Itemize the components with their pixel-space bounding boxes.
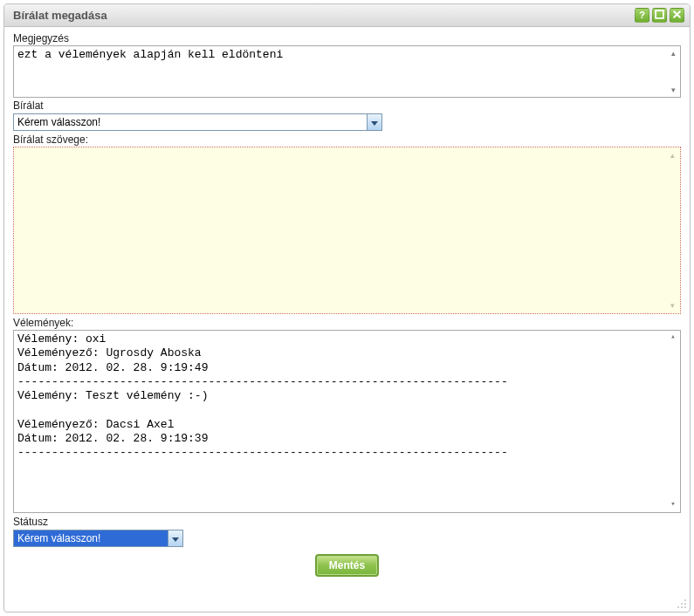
chevron-down-icon — [172, 532, 179, 544]
scroll-up-icon[interactable]: ▴ — [666, 149, 678, 161]
label-velemenyek: Vélemények: — [13, 317, 681, 329]
scroll-up-icon[interactable]: ▴ — [667, 47, 679, 59]
window-title: Bírálat megadása — [13, 9, 635, 22]
resize-grip[interactable] — [675, 597, 687, 609]
chevron-down-icon — [371, 116, 378, 128]
label-biralat-szovege: Bírálat szövege: — [13, 133, 681, 146]
label-megjegyzes: Megjegyzés — [13, 32, 681, 44]
label-biralat: Bírálat — [13, 99, 681, 112]
maximize-icon — [655, 10, 664, 22]
scroll-down-icon[interactable]: ▾ — [667, 84, 679, 96]
status-select-value: Kérem válasszon! — [14, 530, 168, 546]
dialog-window: Bírálat megadása ? Megjegyzés ▴ ▾ — [3, 3, 691, 613]
svg-point-2 — [681, 603, 683, 605]
close-button[interactable] — [670, 8, 684, 23]
svg-point-3 — [684, 603, 686, 605]
label-statusz: Státusz — [13, 516, 681, 528]
scroll-down-icon[interactable]: ▾ — [666, 299, 678, 311]
help-icon: ? — [639, 10, 645, 20]
megjegyzes-field-wrap: ▴ ▾ — [13, 45, 681, 98]
help-button[interactable]: ? — [635, 8, 649, 23]
titlebar: Bírálat megadása ? — [4, 4, 690, 27]
biralat-select-value: Kérem válasszon! — [14, 114, 367, 130]
dropdown-button[interactable] — [367, 114, 381, 130]
dropdown-button[interactable] — [168, 530, 182, 546]
status-select[interactable]: Kérem válasszon! — [13, 530, 183, 547]
close-icon — [672, 10, 682, 22]
svg-point-5 — [681, 606, 683, 608]
svg-rect-0 — [656, 10, 663, 18]
save-button[interactable]: Mentés — [315, 554, 379, 577]
maximize-button[interactable] — [652, 8, 667, 23]
biralat-szoveg-textarea[interactable]: ▴ ▾ — [13, 147, 681, 314]
svg-point-6 — [684, 606, 686, 608]
titlebar-buttons: ? — [635, 8, 684, 23]
scroll-down-icon[interactable]: ▾ — [667, 499, 679, 511]
scroll-up-icon[interactable]: ▴ — [667, 332, 679, 344]
scrollbar[interactable]: ▴ ▾ — [667, 47, 679, 96]
biralat-select[interactable]: Kérem válasszon! — [13, 113, 382, 131]
svg-point-4 — [677, 606, 679, 608]
button-row: Mentés — [13, 547, 681, 577]
velemenyek-text: Vélemény: oxi Véleményező: Ugrosdy Abosk… — [17, 332, 508, 459]
dialog-content: Megjegyzés ▴ ▾ Bírálat Kérem válasszon! … — [4, 27, 690, 612]
velemenyek-display: Vélemény: oxi Véleményező: Ugrosdy Abosk… — [13, 330, 681, 513]
svg-point-1 — [684, 599, 686, 601]
megjegyzes-textarea[interactable] — [14, 46, 680, 97]
